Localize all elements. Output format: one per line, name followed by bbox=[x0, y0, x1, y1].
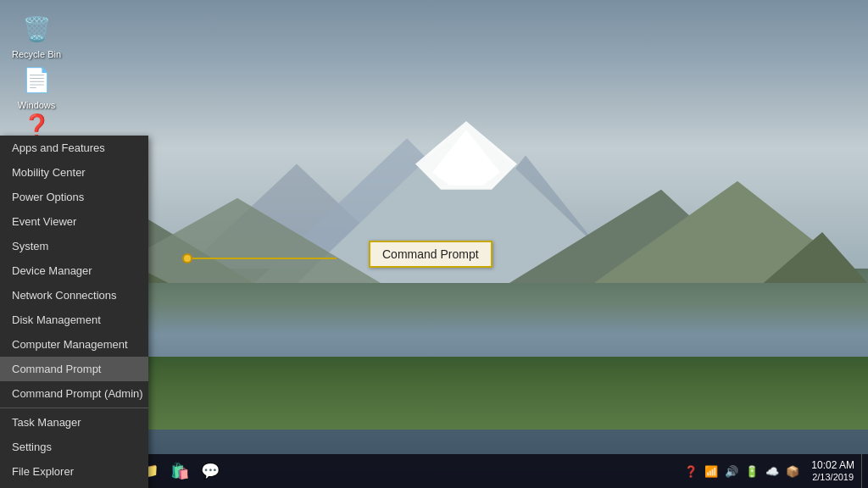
question-tray-icon[interactable]: ❓ bbox=[682, 454, 699, 488]
menu-item-mobility-center[interactable]: Mobility Center bbox=[0, 160, 148, 185]
menu-item-event-viewer[interactable]: Event Viewer bbox=[0, 209, 148, 234]
menu-item-task-manager[interactable]: Task Manager bbox=[0, 408, 148, 435]
menu-item-device-manager[interactable]: Device Manager bbox=[0, 258, 148, 283]
slack-icon[interactable]: 💬 bbox=[195, 454, 225, 488]
context-menu: Apps and Features Mobility Center Power … bbox=[0, 136, 148, 488]
show-desktop-button[interactable] bbox=[861, 454, 868, 488]
callout-label: Command Prompt bbox=[382, 247, 479, 261]
menu-item-computer-management[interactable]: Computer Management bbox=[0, 332, 148, 357]
menu-item-command-prompt-admin[interactable]: Command Prompt (Admin) bbox=[0, 381, 148, 406]
volume-tray-icon[interactable]: 🔊 bbox=[723, 454, 740, 488]
clock-time: 10:02 AM bbox=[811, 459, 854, 471]
menu-item-disk-management[interactable]: Disk Management bbox=[0, 308, 148, 332]
clock-date: 2/13/2019 bbox=[812, 472, 854, 483]
callout-container: Command Prompt bbox=[182, 253, 192, 263]
menu-item-search[interactable]: Search bbox=[0, 484, 148, 488]
recycle-bin-icon: 🗑️ bbox=[19, 12, 53, 46]
windows-icon: 📄 bbox=[19, 63, 53, 97]
network-tray-icon[interactable]: 📶 bbox=[703, 454, 720, 488]
clock[interactable]: 10:02 AM 2/13/2019 bbox=[804, 454, 861, 488]
menu-item-settings[interactable]: Settings bbox=[0, 435, 148, 459]
menu-item-power-options[interactable]: Power Options bbox=[0, 185, 148, 209]
callout-dot bbox=[182, 253, 192, 263]
menu-item-network-connections[interactable]: Network Connections bbox=[0, 283, 148, 308]
desktop-icon-recycle-bin[interactable]: 🗑️ Recycle Bin bbox=[7, 8, 66, 64]
system-tray: ❓ 📶 🔊 🔋 ☁️ 📦 bbox=[679, 454, 804, 488]
menu-item-file-explorer[interactable]: File Explorer bbox=[0, 459, 148, 484]
desktop: 🗑️ Recycle Bin 📄 Windows ❓ HP Support As… bbox=[0, 0, 868, 488]
battery-tray-icon[interactable]: 🔋 bbox=[743, 454, 760, 488]
store-icon[interactable]: 🛍️ bbox=[164, 454, 195, 488]
menu-item-command-prompt[interactable]: Command Prompt bbox=[0, 357, 148, 381]
cloud-tray-icon[interactable]: ☁️ bbox=[764, 454, 781, 488]
callout-box: Command Prompt bbox=[369, 241, 492, 268]
menu-item-system[interactable]: System bbox=[0, 234, 148, 258]
dropbox-tray-icon[interactable]: 📦 bbox=[784, 454, 801, 488]
menu-item-apps-features[interactable]: Apps and Features bbox=[0, 136, 148, 160]
